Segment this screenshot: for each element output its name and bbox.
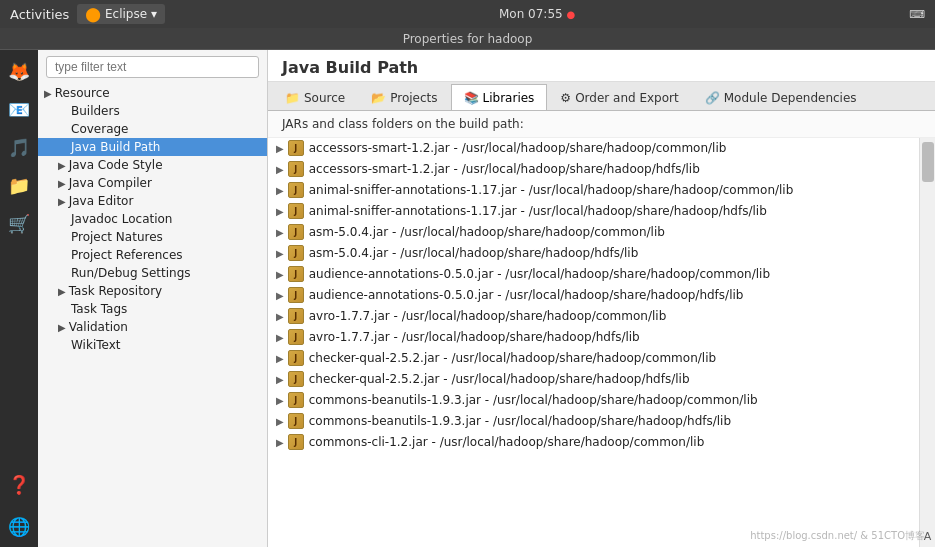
file-item[interactable]: ▶ J asm-5.0.4.jar - /usr/local/hadoop/sh… bbox=[268, 243, 919, 264]
jar-icon-7: J bbox=[288, 287, 304, 303]
tree-arrow: ▶ bbox=[44, 88, 52, 99]
file-item[interactable]: ▶ J audience-annotations-0.5.0.jar - /us… bbox=[268, 285, 919, 306]
tree-item-task-tags[interactable]: Task Tags bbox=[38, 300, 267, 318]
eclipse-icon: ⬤ bbox=[85, 6, 101, 22]
file-item[interactable]: ▶ J asm-5.0.4.jar - /usr/local/hadoop/sh… bbox=[268, 222, 919, 243]
tree-item-javadoc-location[interactable]: Javadoc Location bbox=[38, 210, 267, 228]
jar-icon-11: J bbox=[288, 371, 304, 387]
tree-label: Java Code Style bbox=[69, 158, 163, 172]
sidebar-icon-thunderbird[interactable]: 📧 bbox=[2, 92, 36, 126]
tab-icon-order-export: ⚙ bbox=[560, 91, 571, 105]
tree-label: Task Tags bbox=[71, 302, 127, 316]
tab-order-export[interactable]: ⚙Order and Export bbox=[547, 85, 691, 110]
tree-item-builders[interactable]: Builders bbox=[38, 102, 267, 120]
file-arrow-3: ▶ bbox=[276, 206, 284, 217]
jar-icon-0: J bbox=[288, 140, 304, 156]
tree-arrow: ▶ bbox=[58, 322, 66, 333]
tree-label: Java Compiler bbox=[69, 176, 152, 190]
file-item[interactable]: ▶ J audience-annotations-0.5.0.jar - /us… bbox=[268, 264, 919, 285]
sidebar-icon-shopping[interactable]: 🛒 bbox=[2, 206, 36, 240]
tab-label-source: Source bbox=[304, 91, 345, 105]
tree-item-validation[interactable]: ▶Validation bbox=[38, 318, 267, 336]
tab-label-order-export: Order and Export bbox=[575, 91, 679, 105]
watermark: https://blog.csdn.net/ & 51CTO博客 bbox=[750, 529, 925, 543]
jar-icon-3: J bbox=[288, 203, 304, 219]
icon-sidebar: 🦊 📧 🎵 📁 🛒 ❓ 🌐 bbox=[0, 50, 38, 547]
tree-item-coverage[interactable]: Coverage bbox=[38, 120, 267, 138]
tab-label-projects: Projects bbox=[390, 91, 437, 105]
tree-item-java-editor[interactable]: ▶Java Editor bbox=[38, 192, 267, 210]
tree-label: Resource bbox=[55, 86, 110, 100]
tree-label: Java Editor bbox=[69, 194, 134, 208]
tree-label: Builders bbox=[71, 104, 120, 118]
file-name-11: checker-qual-2.5.2.jar - /usr/local/hado… bbox=[309, 372, 690, 386]
file-item[interactable]: ▶ J animal-sniffer-annotations-1.17.jar … bbox=[268, 201, 919, 222]
tree-label: Run/Debug Settings bbox=[71, 266, 191, 280]
tree-item-resource[interactable]: ▶Resource bbox=[38, 84, 267, 102]
window-title-text: Properties for hadoop bbox=[403, 32, 533, 46]
file-item[interactable]: ▶ J accessors-smart-1.2.jar - /usr/local… bbox=[268, 159, 919, 180]
eclipse-menu-button[interactable]: ⬤ Eclipse ▾ bbox=[77, 4, 165, 24]
tree-item-task-repository[interactable]: ▶Task Repository bbox=[38, 282, 267, 300]
jar-icon-2: J bbox=[288, 182, 304, 198]
top-bar-right: ⌨ bbox=[909, 8, 925, 21]
activities-label[interactable]: Activities bbox=[10, 7, 69, 22]
tree-label: Task Repository bbox=[69, 284, 163, 298]
file-arrow-0: ▶ bbox=[276, 143, 284, 154]
keyboard-icon: ⌨ bbox=[909, 8, 925, 21]
jar-icon-10: J bbox=[288, 350, 304, 366]
file-item[interactable]: ▶ J checker-qual-2.5.2.jar - /usr/local/… bbox=[268, 348, 919, 369]
sidebar-icon-music[interactable]: 🎵 bbox=[2, 130, 36, 164]
jar-icon-9: J bbox=[288, 329, 304, 345]
tab-projects[interactable]: 📂Projects bbox=[358, 85, 450, 110]
file-item[interactable]: ▶ J avro-1.7.7.jar - /usr/local/hadoop/s… bbox=[268, 327, 919, 348]
tree-label: Java Build Path bbox=[71, 140, 160, 154]
file-name-0: accessors-smart-1.2.jar - /usr/local/had… bbox=[309, 141, 727, 155]
scrollbar-thumb[interactable] bbox=[922, 142, 934, 182]
file-name-4: asm-5.0.4.jar - /usr/local/hadoop/share/… bbox=[309, 225, 665, 239]
file-item[interactable]: ▶ J accessors-smart-1.2.jar - /usr/local… bbox=[268, 138, 919, 159]
sidebar-icon-help[interactable]: ❓ bbox=[2, 467, 36, 501]
file-arrow-11: ▶ bbox=[276, 374, 284, 385]
tree-arrow: ▶ bbox=[58, 286, 66, 297]
tree-label: Coverage bbox=[71, 122, 129, 136]
tab-source[interactable]: 📁Source bbox=[272, 85, 358, 110]
file-name-12: commons-beanutils-1.9.3.jar - /usr/local… bbox=[309, 393, 758, 407]
tree-container: ▶ResourceBuildersCoverageJava Build Path… bbox=[38, 84, 267, 547]
sidebar-icon-files[interactable]: 📁 bbox=[2, 168, 36, 202]
eclipse-arrow: ▾ bbox=[151, 7, 157, 21]
file-arrow-9: ▶ bbox=[276, 332, 284, 343]
filter-input[interactable] bbox=[46, 56, 259, 78]
clock: Mon 07:55 ● bbox=[499, 7, 575, 21]
tab-module-dependencies[interactable]: 🔗Module Dependencies bbox=[692, 85, 870, 110]
scrollbar[interactable]: A bbox=[919, 138, 935, 547]
tree-label: Project Natures bbox=[71, 230, 163, 244]
file-arrow-2: ▶ bbox=[276, 185, 284, 196]
file-name-9: avro-1.7.7.jar - /usr/local/hadoop/share… bbox=[309, 330, 640, 344]
file-list: ▶ J accessors-smart-1.2.jar - /usr/local… bbox=[268, 138, 919, 547]
file-item[interactable]: ▶ J commons-beanutils-1.9.3.jar - /usr/l… bbox=[268, 411, 919, 432]
file-arrow-4: ▶ bbox=[276, 227, 284, 238]
sidebar-icon-firefox[interactable]: 🦊 bbox=[2, 54, 36, 88]
file-name-13: commons-beanutils-1.9.3.jar - /usr/local… bbox=[309, 414, 731, 428]
file-item[interactable]: ▶ J commons-cli-1.2.jar - /usr/local/had… bbox=[268, 432, 919, 453]
file-item[interactable]: ▶ J checker-qual-2.5.2.jar - /usr/local/… bbox=[268, 369, 919, 390]
panel-title: Java Build Path bbox=[268, 50, 935, 82]
tree-label: WikiText bbox=[71, 338, 121, 352]
tree-item-run-debug-settings[interactable]: Run/Debug Settings bbox=[38, 264, 267, 282]
file-arrow-6: ▶ bbox=[276, 269, 284, 280]
tree-item-project-natures[interactable]: Project Natures bbox=[38, 228, 267, 246]
file-arrow-12: ▶ bbox=[276, 395, 284, 406]
file-item[interactable]: ▶ J avro-1.7.7.jar - /usr/local/hadoop/s… bbox=[268, 306, 919, 327]
jar-icon-13: J bbox=[288, 413, 304, 429]
tree-item-java-code-style[interactable]: ▶Java Code Style bbox=[38, 156, 267, 174]
tree-item-project-references[interactable]: Project References bbox=[38, 246, 267, 264]
tab-libraries[interactable]: 📚Libraries bbox=[451, 84, 548, 110]
tree-item-java-build-path[interactable]: Java Build Path bbox=[38, 138, 267, 156]
tree-item-wikitext[interactable]: WikiText bbox=[38, 336, 267, 354]
sidebar-icon-chrome[interactable]: 🌐 bbox=[2, 509, 36, 543]
file-item[interactable]: ▶ J commons-beanutils-1.9.3.jar - /usr/l… bbox=[268, 390, 919, 411]
file-arrow-8: ▶ bbox=[276, 311, 284, 322]
tree-item-java-compiler[interactable]: ▶Java Compiler bbox=[38, 174, 267, 192]
file-item[interactable]: ▶ J animal-sniffer-annotations-1.17.jar … bbox=[268, 180, 919, 201]
